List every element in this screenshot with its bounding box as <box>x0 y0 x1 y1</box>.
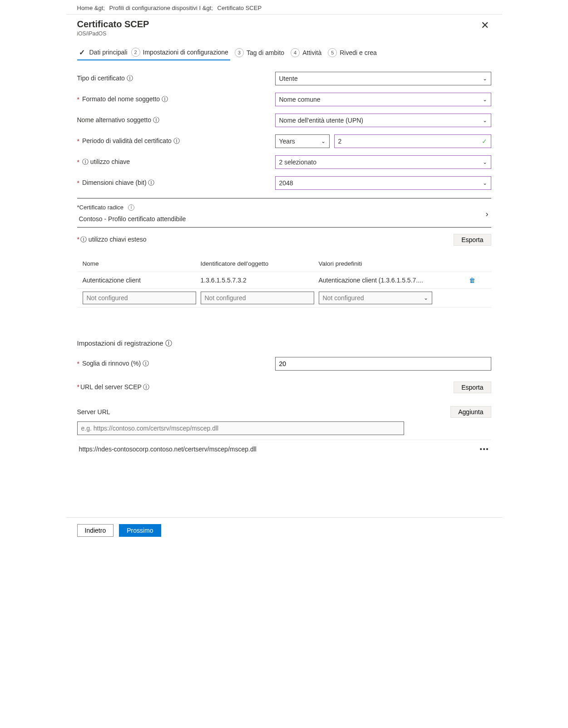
close-button[interactable]: ✕ <box>479 19 491 32</box>
url-more-button[interactable]: ••• <box>480 446 489 453</box>
step-configuration[interactable]: 2 Impostazioni di configurazione <box>129 45 230 59</box>
chevron-down-icon: ⌄ <box>424 295 428 301</box>
san-select[interactable]: Nome dell'entità utente (UPN)⌄ <box>275 114 491 127</box>
eku-table: Nome Identificatore dell'oggetto Valori … <box>77 256 491 307</box>
chevron-down-icon: ⌄ <box>483 180 487 186</box>
renewal-label: *Soglia di rinnovo (%) Ⓘ <box>77 360 268 368</box>
step-review[interactable]: 5 Rivedi e crea <box>326 45 379 60</box>
eku-row: Autenticazione client 1.3.6.1.5.5.7.3.2 … <box>77 272 491 288</box>
eku-delete-button[interactable]: 🗑 <box>459 277 486 284</box>
validity-label: *Periodo di validità del certificato Ⓘ <box>77 137 268 145</box>
subject-format-select[interactable]: Nome comune⌄ <box>275 93 491 106</box>
chevron-down-icon: ⌄ <box>483 75 487 82</box>
step-2-bubble: 2 <box>131 48 140 57</box>
server-url-input[interactable] <box>77 421 404 435</box>
page-title: Certificato SCEP <box>77 19 149 30</box>
key-size-label: *Dimensioni chiave (bit) Ⓘ <box>77 179 268 187</box>
step-4-bubble: 4 <box>291 48 300 57</box>
subject-format-label: *Formato del nome soggetto Ⓘ <box>77 95 268 104</box>
cert-type-label: Tipo di certificato Ⓘ <box>77 74 268 83</box>
back-button[interactable]: Indietro <box>77 524 114 537</box>
eku-th-preset: Valori predefiniti <box>319 260 459 267</box>
eku-new-row: Not configured Not configured Not config… <box>77 288 491 307</box>
more-icon: ••• <box>480 446 489 453</box>
eku-cell-preset: Autenticazione client (1.3.6.1.5.5.7.... <box>319 277 459 284</box>
renewal-input[interactable] <box>275 357 491 371</box>
step-assignments[interactable]: 4 Attività <box>289 45 323 60</box>
add-url-button[interactable]: Aggiunta <box>450 406 491 418</box>
breadcrumb-current: Certificato SCEP <box>217 5 262 11</box>
trash-icon: 🗑 <box>469 277 475 284</box>
scep-urls-label: *URL del server SCEP Ⓘ <box>77 383 150 391</box>
step-scope-tags[interactable]: 3 Tag di ambito <box>233 45 286 60</box>
step-3-bubble: 3 <box>235 48 244 57</box>
san-label: Nome alternativo soggetto Ⓘ <box>77 116 268 124</box>
enrollment-heading: Impostazioni di registrazione Ⓘ <box>77 339 491 348</box>
root-cert-label: *Certificato radice <box>77 204 124 211</box>
eku-cell-oid: 1.3.6.1.5.5.7.3.2 <box>201 277 319 284</box>
chevron-down-icon: ⌄ <box>483 159 487 165</box>
url-value: https://ndes-contosocorp.contoso.net/cer… <box>79 446 257 453</box>
validity-value-input[interactable]: 2✓ <box>334 134 491 148</box>
root-cert-value: Contoso - Profilo certificato attendibil… <box>77 215 491 223</box>
breadcrumb-profiles[interactable]: Profili di configurazione dispositivi I … <box>109 5 213 11</box>
breadcrumb: Home &gt; Profili di configurazione disp… <box>66 0 502 15</box>
breadcrumb-home[interactable]: Home &gt; <box>77 5 105 11</box>
eku-th-oid: Identificatore dell'oggetto <box>201 260 319 267</box>
footer: Indietro Prossimo <box>66 517 502 543</box>
cert-type-select[interactable]: Utente⌄ <box>275 72 491 85</box>
wizard-steps: Dati principali 2 Impostazioni di config… <box>77 45 491 61</box>
chevron-down-icon: ⌄ <box>483 117 487 124</box>
next-button[interactable]: Prossimo <box>119 524 161 537</box>
chevron-down-icon: ⌄ <box>483 96 487 103</box>
checkmark-icon: ✓ <box>482 138 487 145</box>
chevron-right-icon: › <box>486 209 489 219</box>
chevron-down-icon: ⌄ <box>321 138 326 144</box>
url-row: https://ndes-contosocorp.contoso.net/cer… <box>77 440 491 458</box>
info-icon: i <box>128 204 134 211</box>
page-subtitle: iOS/iPadOS <box>77 30 149 37</box>
root-cert-row[interactable]: *Certificato radice i Contoso - Profilo … <box>77 198 491 227</box>
eku-cell-name: Autenticazione client <box>83 277 201 284</box>
step-basics[interactable]: Dati principali <box>77 45 129 59</box>
eku-th-name: Nome <box>83 260 201 267</box>
eku-label: *Ⓘ utilizzo chiavi esteso <box>77 236 147 244</box>
eku-new-oid-input[interactable]: Not configured <box>201 292 314 304</box>
server-url-heading: Server URL <box>77 408 110 416</box>
key-usage-select[interactable]: 2 selezionato⌄ <box>275 155 491 169</box>
eku-new-preset-select[interactable]: Not configured⌄ <box>319 292 432 304</box>
key-size-select[interactable]: 2048⌄ <box>275 176 491 190</box>
key-usage-label: *Ⓘ utilizzo chiave <box>77 158 268 166</box>
close-icon: ✕ <box>481 20 489 31</box>
eku-export-button[interactable]: Esporta <box>454 234 491 246</box>
step-5-bubble: 5 <box>328 48 337 57</box>
validity-unit-select[interactable]: Years⌄ <box>275 134 330 148</box>
urls-export-button[interactable]: Esporta <box>454 381 491 393</box>
eku-new-name-input[interactable]: Not configured <box>83 292 196 304</box>
